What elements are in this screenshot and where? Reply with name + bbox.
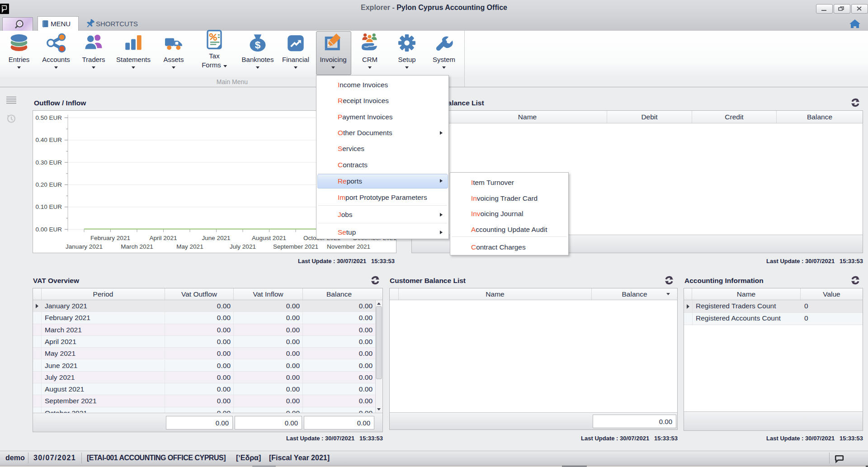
svg-text:$: $ [255,39,261,51]
